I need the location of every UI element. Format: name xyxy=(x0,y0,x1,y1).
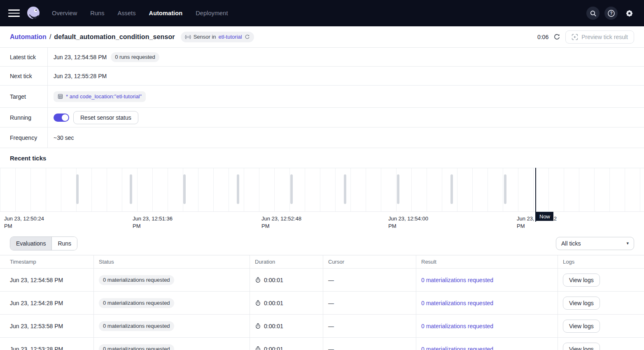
svg-text:?: ? xyxy=(610,11,612,16)
ticks-view-tabs: Evaluations Runs xyxy=(10,236,77,250)
target-selection-chip[interactable]: * and code_location:"etl-tutorial" xyxy=(54,91,146,102)
nav-item-runs[interactable]: Runs xyxy=(90,10,104,16)
col-duration: Duration xyxy=(250,255,323,268)
nav-item-overview[interactable]: Overview xyxy=(52,10,77,16)
view-logs-button[interactable]: View logs xyxy=(563,343,600,350)
top-nav: Overview Runs Assets Automation Deployme… xyxy=(0,0,644,26)
col-status: Status xyxy=(94,255,250,268)
target-row: Target * and code_location:"etl-tutorial… xyxy=(0,86,644,108)
help-icon[interactable]: ? xyxy=(604,7,618,20)
tick-timestamp: Jun 23, 12:53:58 PM xyxy=(0,315,94,337)
tick-duration: 0:00:01 xyxy=(264,277,283,283)
tick-cursor: — xyxy=(328,300,334,306)
tick-bar[interactable] xyxy=(450,174,453,204)
next-tick-row: Next tick Jun 23, 12:55:28 PM xyxy=(0,67,644,86)
tick-timestamp: Jun 23, 12:54:28 PM xyxy=(0,292,94,314)
ticks-timeline[interactable]: Jun 23, 12:50:24 PMJun 23, 12:51:36 PMJu… xyxy=(0,168,644,232)
nav-item-deployment[interactable]: Deployment xyxy=(196,10,228,16)
sensor-icon xyxy=(185,35,191,39)
timeline-axis-label: Jun 23, 12:54:00 PM xyxy=(388,215,437,230)
nav-item-assets[interactable]: Assets xyxy=(117,10,135,16)
table-row: Jun 23, 12:54:58 PM 0 materializations r… xyxy=(0,269,644,292)
target-label: Target xyxy=(0,86,48,107)
nav-item-automation[interactable]: Automation xyxy=(149,10,183,16)
code-location-link[interactable]: etl-tutorial xyxy=(219,34,242,40)
running-toggle[interactable] xyxy=(54,114,69,122)
breadcrumb-automation-link[interactable]: Automation xyxy=(10,33,47,41)
sensor-details: Latest tick Jun 23, 12:54:58 PM 0 runs r… xyxy=(0,48,644,148)
running-label: Running xyxy=(0,108,48,127)
stopwatch-icon xyxy=(255,277,261,283)
ticks-timeline-chart[interactable] xyxy=(0,168,644,212)
frequency-value: ~30 sec xyxy=(54,134,74,141)
view-logs-button[interactable]: View logs xyxy=(563,297,600,310)
tick-duration: 0:00:01 xyxy=(264,346,283,350)
tab-runs[interactable]: Runs xyxy=(52,237,77,250)
tick-bar[interactable] xyxy=(76,174,79,204)
latest-tick-row: Latest tick Jun 23, 12:54:58 PM 0 runs r… xyxy=(0,48,644,67)
view-logs-button[interactable]: View logs xyxy=(563,320,600,333)
tick-cursor: — xyxy=(328,323,334,329)
tick-bar[interactable] xyxy=(504,174,506,204)
tick-bar[interactable] xyxy=(290,174,293,204)
badge-refresh-icon[interactable] xyxy=(245,34,250,39)
tick-bar[interactable] xyxy=(237,174,239,204)
tick-cursor: — xyxy=(328,277,334,283)
refresh-icon[interactable] xyxy=(553,33,560,40)
tick-status-filter[interactable]: All ticks ▾ xyxy=(556,237,634,250)
tick-bar[interactable] xyxy=(130,174,132,204)
col-logs: Logs xyxy=(558,255,644,268)
col-cursor: Cursor xyxy=(323,255,416,268)
timeline-axis-label: Jun 23, 12:51:36 PM xyxy=(133,215,181,230)
tick-status-badge: 0 materializations requested xyxy=(99,321,174,331)
runs-requested-badge: 0 runs requested xyxy=(111,52,159,62)
table-row: Jun 23, 12:54:28 PM 0 materializations r… xyxy=(0,292,644,315)
running-row: Running Reset sensor status xyxy=(0,108,644,127)
tick-cursor: — xyxy=(328,346,334,350)
tick-timestamp: Jun 23, 12:54:58 PM xyxy=(0,269,94,291)
page-title: default_automation_condition_sensor xyxy=(54,33,175,41)
preview-play-icon xyxy=(572,34,578,40)
next-tick-value: Jun 23, 12:55:28 PM xyxy=(54,73,107,79)
preview-tick-result-label: Preview tick result xyxy=(581,34,628,40)
col-timestamp: Timestamp xyxy=(0,255,94,268)
tick-status-badge: 0 materializations requested xyxy=(99,344,174,350)
latest-tick-label: Latest tick xyxy=(0,48,48,66)
tick-result-link[interactable]: 0 materializations requested xyxy=(421,346,493,350)
settings-gear-icon[interactable] xyxy=(623,7,636,20)
tick-result-link[interactable]: 0 materializations requested xyxy=(421,277,493,283)
tick-status-filter-value: All ticks xyxy=(561,240,581,247)
nav-actions: ? xyxy=(586,7,636,20)
chevron-down-icon: ▾ xyxy=(626,241,629,246)
view-logs-button[interactable]: View logs xyxy=(563,274,600,287)
table-row: Jun 23, 12:53:58 PM 0 materializations r… xyxy=(0,315,644,338)
tab-evaluations[interactable]: Evaluations xyxy=(10,237,52,250)
page-header: Automation / default_automation_conditio… xyxy=(0,26,644,48)
timeline-axis-label: Jun 23, 12:52:48 PM xyxy=(261,215,310,230)
tick-bar[interactable] xyxy=(397,174,399,204)
stopwatch-icon xyxy=(255,300,261,306)
tick-bar[interactable] xyxy=(183,174,186,204)
tick-duration: 0:00:01 xyxy=(264,323,283,329)
tick-result-link[interactable]: 0 materializations requested xyxy=(421,300,493,306)
automation-sensor-page: Overview Runs Assets Automation Deployme… xyxy=(0,0,644,350)
header-actions: 0:06 Preview tick result xyxy=(537,30,634,44)
tick-status-badge: 0 materializations requested xyxy=(99,275,174,285)
recent-ticks-title: Recent ticks xyxy=(0,148,644,168)
preview-tick-result-button[interactable]: Preview tick result xyxy=(565,30,634,44)
dagster-logo-icon[interactable] xyxy=(26,5,41,21)
reset-sensor-status-button[interactable]: Reset sensor status xyxy=(73,111,138,124)
timeline-axis-label: Jun 23, 12:50:24 PM xyxy=(4,215,53,230)
search-icon[interactable] xyxy=(586,7,600,20)
tick-duration: 0:00:01 xyxy=(264,300,283,306)
refresh-countdown: 0:06 xyxy=(537,34,548,40)
table-header-row: Timestamp Status Duration Cursor Result … xyxy=(0,255,644,269)
sensor-location-badge: Sensor in etl-tutorial xyxy=(181,32,254,42)
table-row: Jun 23, 12:53:28 PM 0 materializations r… xyxy=(0,338,644,350)
asset-table-icon xyxy=(58,94,63,99)
menu-icon[interactable] xyxy=(8,8,20,19)
frequency-row: Frequency ~30 sec xyxy=(0,127,644,148)
tick-result-link[interactable]: 0 materializations requested xyxy=(421,323,493,329)
tick-bar[interactable] xyxy=(344,174,346,204)
evaluations-table: Timestamp Status Duration Cursor Result … xyxy=(0,255,644,350)
